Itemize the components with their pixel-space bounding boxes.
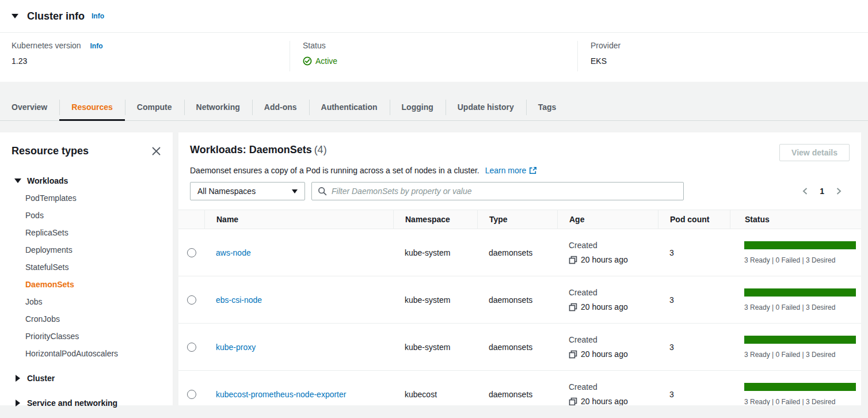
tree-group-service-and-networking[interactable]: Service and networking xyxy=(12,394,161,412)
table-body: aws-node kube-system daemonsets Created … xyxy=(178,229,861,405)
cluster-info-panel: Cluster info Info Kubernetes version Inf… xyxy=(0,0,868,82)
pod-status-bar xyxy=(744,288,856,297)
tree-item-priorityclasses[interactable]: PriorityClasses xyxy=(12,328,161,345)
tab-authentication[interactable]: Authentication xyxy=(309,94,390,120)
row-select-radio[interactable] xyxy=(187,295,196,305)
status-badge: Active xyxy=(303,56,577,66)
copy-icon[interactable] xyxy=(569,256,577,264)
row-type: daemonsets xyxy=(477,295,557,305)
collapse-section-icon[interactable] xyxy=(12,14,18,18)
header-pod-count: Pod count xyxy=(658,210,730,229)
table-row: kube-proxy kube-system daemonsets Create… xyxy=(178,324,861,371)
provider-value: EKS xyxy=(591,56,868,66)
cluster-info-info-link[interactable]: Info xyxy=(92,12,104,20)
close-icon[interactable] xyxy=(151,146,161,156)
table-header: Name Namespace Type Age Pod count Status xyxy=(178,210,861,229)
namespace-select[interactable]: All Namespaces xyxy=(190,182,305,200)
copy-icon[interactable] xyxy=(569,303,577,311)
view-details-button[interactable]: View details xyxy=(779,144,850,161)
header-namespace: Namespace xyxy=(393,210,477,229)
tree-item-deployments[interactable]: Deployments xyxy=(12,241,161,259)
row-select-radio[interactable] xyxy=(187,390,196,399)
daemonsets-panel: Workloads: DaemonSets (4) View details D… xyxy=(178,132,861,405)
table-row: ebs-csi-node kube-system daemonsets Crea… xyxy=(178,276,861,324)
tabs: OverviewResourcesComputeNetworkingAdd-on… xyxy=(0,94,868,121)
header-name: Name xyxy=(204,210,393,229)
daemonset-name-link[interactable]: aws-node xyxy=(216,248,251,257)
tree-item-pods[interactable]: Pods xyxy=(12,207,161,224)
daemonset-name-link[interactable]: kube-proxy xyxy=(216,343,256,352)
row-type: daemonsets xyxy=(477,248,557,257)
success-check-icon xyxy=(303,56,312,66)
table-row: kubecost-prometheus-node-exporter kubeco… xyxy=(178,371,861,405)
row-namespace: kubecost xyxy=(393,390,477,399)
tab-label: Tags xyxy=(538,102,557,112)
chevron-down-icon xyxy=(292,189,298,193)
tree-item-horizontalpodautoscalers[interactable]: HorizontalPodAutoscalers xyxy=(12,345,161,362)
tab-label: Logging xyxy=(402,102,433,112)
triangle-right-icon xyxy=(16,400,20,406)
filter-input[interactable] xyxy=(332,187,677,196)
copy-icon[interactable] xyxy=(569,397,577,406)
status-label: Status xyxy=(303,41,577,50)
tree-item-replicasets[interactable]: ReplicaSets xyxy=(12,224,161,241)
row-select-radio[interactable] xyxy=(187,343,196,352)
row-pod-count: 3 xyxy=(658,343,730,352)
learn-more-link[interactable]: Learn more xyxy=(485,166,538,175)
row-pod-count: 3 xyxy=(658,248,730,257)
row-pod-count: 3 xyxy=(658,390,730,399)
tab-add-ons[interactable]: Add-ons xyxy=(252,94,309,120)
provider-field: Provider EKS xyxy=(577,41,868,71)
panel-description-row: Daemonset ensures a copy of a Pod is run… xyxy=(190,166,850,175)
row-age-label: Created xyxy=(569,241,658,250)
row-age-label: Created xyxy=(569,335,658,344)
namespace-select-value: All Namespaces xyxy=(197,187,256,196)
tree-item-jobs[interactable]: Jobs xyxy=(12,293,161,310)
tab-label: Compute xyxy=(137,102,172,112)
tree-group-workloads[interactable]: Workloads xyxy=(12,172,161,189)
daemonset-name-link[interactable]: ebs-csi-node xyxy=(216,295,262,305)
row-status-text: 3 Ready | 0 Failed | 3 Desired xyxy=(744,351,856,359)
next-page-icon[interactable] xyxy=(835,187,843,196)
tab-networking[interactable]: Networking xyxy=(184,94,252,120)
current-page[interactable]: 1 xyxy=(820,187,824,196)
field-label: Kubernetes version Info xyxy=(12,41,290,50)
row-select-radio[interactable] xyxy=(187,248,196,257)
section-title: Cluster info xyxy=(27,10,85,22)
kubernetes-version-info-link[interactable]: Info xyxy=(90,42,103,50)
header-age: Age xyxy=(557,210,658,229)
tab-logging[interactable]: Logging xyxy=(390,94,446,120)
tab-label: Overview xyxy=(12,102,47,112)
previous-page-icon[interactable] xyxy=(801,187,809,196)
resource-types-title: Resource types xyxy=(12,145,89,157)
tree-group-cluster[interactable]: Cluster xyxy=(12,370,161,387)
kubernetes-version-label: Kubernetes version xyxy=(12,41,81,50)
tree-item-statefulsets[interactable]: StatefulSets xyxy=(12,259,161,276)
row-type: daemonsets xyxy=(477,390,557,399)
kubernetes-version-field: Kubernetes version Info 1.23 xyxy=(0,41,290,71)
tab-tags[interactable]: Tags xyxy=(526,94,569,120)
tree-item-daemonsets[interactable]: DaemonSets xyxy=(12,276,161,293)
panel-title-wrap: Workloads: DaemonSets (4) xyxy=(190,144,327,156)
tab-label: Authentication xyxy=(321,102,378,112)
copy-icon[interactable] xyxy=(569,350,577,359)
tab-label: Update history xyxy=(458,102,514,112)
tab-compute[interactable]: Compute xyxy=(125,94,184,120)
row-age-label: Created xyxy=(569,382,658,392)
daemonset-name-link[interactable]: kubecost-prometheus-node-exporter xyxy=(216,390,346,399)
row-status-text: 3 Ready | 0 Failed | 3 Desired xyxy=(744,398,856,406)
tab-update-history[interactable]: Update history xyxy=(446,94,526,120)
tree-item-podtemplates[interactable]: PodTemplates xyxy=(12,189,161,207)
external-link-icon xyxy=(529,166,537,174)
row-age-value: 20 hours ago xyxy=(581,255,628,264)
row-age-value: 20 hours ago xyxy=(581,302,628,311)
tab-overview[interactable]: Overview xyxy=(12,94,59,120)
panel-description: Daemonset ensures a copy of a Pod is run… xyxy=(190,166,479,175)
tab-resources[interactable]: Resources xyxy=(59,94,125,120)
tab-label: Resources xyxy=(71,102,113,112)
search-icon xyxy=(318,187,327,196)
tabs-band: OverviewResourcesComputeNetworkingAdd-on… xyxy=(0,82,868,121)
row-status-text: 3 Ready | 0 Failed | 3 Desired xyxy=(744,256,856,264)
tree-item-cronjobs[interactable]: CronJobs xyxy=(12,310,161,328)
tab-label: Networking xyxy=(196,102,240,112)
